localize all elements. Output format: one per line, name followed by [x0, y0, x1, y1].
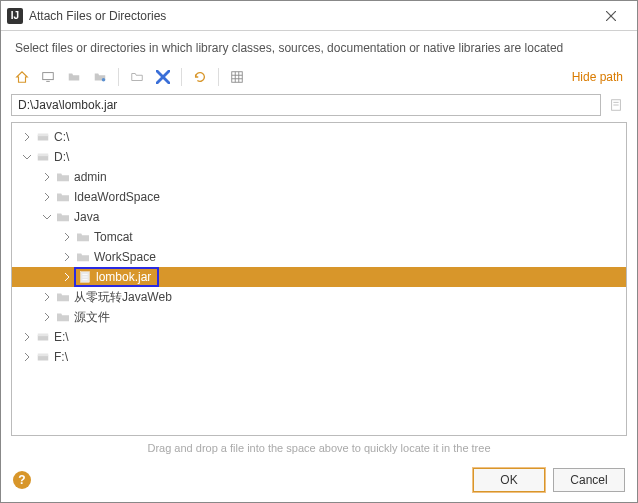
- jar-file-icon: [76, 270, 94, 284]
- desktop-button[interactable]: [37, 66, 59, 88]
- svg-rect-16: [38, 134, 49, 137]
- refresh-button[interactable]: [189, 66, 211, 88]
- svg-rect-24: [38, 334, 49, 337]
- module-button[interactable]: [89, 66, 111, 88]
- chevron-right-icon: [43, 293, 51, 301]
- help-button[interactable]: ?: [13, 471, 31, 489]
- chevron-right-icon: [23, 133, 31, 141]
- selection-highlight: lombok.jar: [74, 267, 159, 287]
- tree-label: WorkSpace: [92, 250, 156, 264]
- new-folder-icon: [130, 70, 144, 84]
- ok-button[interactable]: OK: [473, 468, 545, 492]
- svg-rect-26: [38, 354, 49, 357]
- tree-label: admin: [72, 170, 107, 184]
- tree-label: Java: [72, 210, 99, 224]
- x-icon: [156, 70, 170, 84]
- folder-icon: [74, 251, 92, 263]
- tree-label: IdeaWordSpace: [72, 190, 160, 204]
- drive-icon: [34, 330, 52, 344]
- refresh-icon: [193, 70, 207, 84]
- toolbar-separator: [118, 68, 119, 86]
- home-icon: [15, 70, 29, 84]
- tree-label: Tomcat: [92, 230, 133, 244]
- tree-node-folder[interactable]: admin: [12, 167, 626, 187]
- delete-button[interactable]: [152, 66, 174, 88]
- tree-node-drive-f[interactable]: F:\: [12, 347, 626, 367]
- chevron-right-icon: [63, 273, 71, 281]
- project-button[interactable]: [63, 66, 85, 88]
- svg-rect-2: [43, 73, 54, 80]
- chevron-right-icon: [23, 333, 31, 341]
- tree-label: F:\: [52, 350, 68, 364]
- chevron-right-icon: [43, 193, 51, 201]
- folder-icon: [54, 291, 72, 303]
- app-icon: IJ: [7, 8, 23, 24]
- svg-rect-18: [38, 154, 49, 157]
- drive-icon: [34, 130, 52, 144]
- history-icon: [609, 98, 623, 112]
- folder-icon: [74, 231, 92, 243]
- chevron-right-icon: [23, 353, 31, 361]
- chevron-right-icon: [43, 313, 51, 321]
- close-button[interactable]: [591, 2, 631, 30]
- tree-node-folder-java[interactable]: Java: [12, 207, 626, 227]
- chevron-right-icon: [63, 253, 71, 261]
- history-button[interactable]: [605, 94, 627, 116]
- svg-rect-7: [232, 72, 243, 83]
- tree-node-folder[interactable]: 从零玩转JavaWeb: [12, 287, 626, 307]
- window-title: Attach Files or Directories: [29, 9, 591, 23]
- close-icon: [606, 11, 616, 21]
- dialog-footer: ? OK Cancel: [1, 460, 637, 502]
- new-folder-button[interactable]: [126, 66, 148, 88]
- tree-label: D:\: [52, 150, 69, 164]
- tree-label: E:\: [52, 330, 69, 344]
- svg-point-4: [102, 78, 106, 82]
- path-input[interactable]: [11, 94, 601, 116]
- folder-icon: [54, 191, 72, 203]
- toolbar: Hide path: [1, 63, 637, 91]
- tree-node-drive-d[interactable]: D:\: [12, 147, 626, 167]
- tree-node-drive-c[interactable]: C:\: [12, 127, 626, 147]
- chevron-right-icon: [43, 173, 51, 181]
- tree-node-drive-e[interactable]: E:\: [12, 327, 626, 347]
- drive-icon: [34, 350, 52, 364]
- drop-hint: Drag and drop a file into the space abov…: [1, 436, 637, 460]
- grid-icon: [230, 70, 244, 84]
- tree-label: C:\: [52, 130, 69, 144]
- path-row: [1, 91, 637, 122]
- tree-node-folder[interactable]: 源文件: [12, 307, 626, 327]
- tree-node-file-lombok[interactable]: lombok.jar: [12, 267, 626, 287]
- hide-path-link[interactable]: Hide path: [572, 70, 623, 84]
- tree-node-folder[interactable]: WorkSpace: [12, 247, 626, 267]
- drive-icon: [34, 150, 52, 164]
- tree-label: 从零玩转JavaWeb: [72, 289, 172, 306]
- dialog-subtitle: Select files or directories in which lib…: [1, 31, 637, 63]
- folder-icon: [67, 70, 81, 84]
- toolbar-separator: [181, 68, 182, 86]
- chevron-down-icon: [43, 213, 51, 221]
- show-hidden-button[interactable]: [226, 66, 248, 88]
- desktop-icon: [41, 70, 55, 84]
- home-button[interactable]: [11, 66, 33, 88]
- folder-icon: [54, 171, 72, 183]
- tree-node-folder[interactable]: Tomcat: [12, 227, 626, 247]
- chevron-down-icon: [23, 153, 31, 161]
- folder-dot-icon: [93, 70, 107, 84]
- cancel-button[interactable]: Cancel: [553, 468, 625, 492]
- folder-icon: [54, 211, 72, 223]
- titlebar: IJ Attach Files or Directories: [1, 1, 637, 31]
- tree-label: lombok.jar: [94, 270, 151, 284]
- chevron-right-icon: [63, 233, 71, 241]
- file-tree[interactable]: C:\ D:\ admin: [11, 122, 627, 436]
- folder-icon: [54, 311, 72, 323]
- toolbar-separator: [218, 68, 219, 86]
- tree-label: 源文件: [72, 309, 110, 326]
- tree-node-folder[interactable]: IdeaWordSpace: [12, 187, 626, 207]
